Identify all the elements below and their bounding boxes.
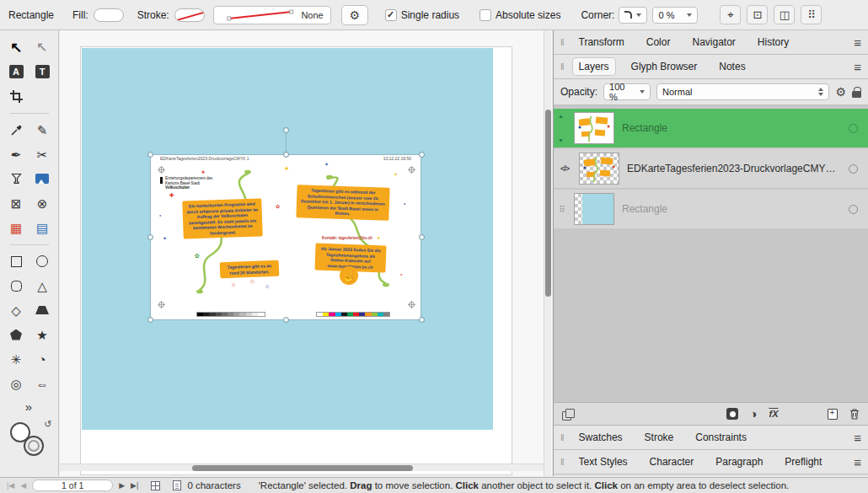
horizontal-scrollbar-thumb[interactable] — [192, 465, 413, 471]
tab-glyph-browser[interactable]: Glyph Browser — [625, 58, 704, 75]
ellipse-tool[interactable] — [30, 251, 54, 271]
previous-page-button[interactable]: ◀ — [20, 481, 26, 490]
artistic-text-tool[interactable]: A — [4, 62, 28, 82]
knife-tool[interactable]: ✂ — [30, 144, 54, 164]
tab-color[interactable]: Color — [640, 34, 677, 51]
tab-constraints[interactable]: Constraints — [689, 429, 753, 446]
layer-thumbnail[interactable] — [579, 153, 619, 185]
layer-target-dot[interactable] — [849, 205, 858, 214]
brush-tool[interactable]: ✎ — [30, 120, 54, 140]
corner-style-dropdown[interactable] — [619, 7, 647, 24]
layer-thumbnail[interactable] — [574, 193, 614, 225]
layer-settings-gear-icon[interactable]: ⚙ — [835, 85, 846, 99]
swap-colors-icon[interactable]: ↺ — [44, 419, 51, 430]
table-tool[interactable]: ▦ — [4, 217, 28, 238]
tab-history[interactable]: History — [752, 34, 795, 51]
pages-view-icon[interactable] — [151, 481, 160, 490]
horizontal-scrollbar[interactable] — [60, 464, 544, 471]
tab-notes[interactable]: Notes — [713, 58, 751, 75]
rounded-rectangle-tool[interactable] — [4, 276, 28, 296]
selected-flyer-object[interactable]: EDKarteTagesferien2023-DruckvorlageCMYK … — [150, 154, 421, 320]
trapezoid-tool[interactable] — [30, 300, 54, 320]
no-fill-tool[interactable]: ⊗ — [30, 193, 54, 213]
fill-swatch[interactable] — [94, 8, 124, 22]
selection-handle[interactable] — [419, 152, 425, 158]
pen-tool[interactable]: ✒ — [4, 144, 28, 164]
last-page-button[interactable]: ▶| — [131, 481, 138, 490]
next-page-button[interactable]: ▶ — [119, 481, 125, 490]
tab-layers[interactable]: Layers — [573, 58, 615, 75]
direct-select-tool[interactable]: ↖ — [30, 37, 54, 57]
image-tool[interactable] — [30, 169, 54, 189]
panel-menu-icon[interactable]: ≡ — [854, 431, 861, 445]
selection-handle[interactable] — [147, 234, 153, 240]
more-tools-button[interactable]: » — [25, 399, 33, 414]
layer-row-rectangle-top[interactable]: ▲ ▼ Rectangle — [554, 109, 868, 147]
triangle-tool[interactable]: △ — [30, 276, 54, 296]
tab-swatches[interactable]: Swatches — [573, 429, 629, 446]
tab-character[interactable]: Character — [644, 453, 700, 470]
selection-handle[interactable] — [283, 152, 289, 158]
envelope-tool[interactable]: ⊠ — [4, 193, 28, 213]
selection-handle[interactable] — [419, 234, 425, 240]
vertical-scrollbar-thumb[interactable] — [545, 110, 551, 297]
layer-target-dot[interactable] — [849, 164, 858, 174]
solid-mask-button[interactable] — [726, 408, 738, 420]
delete-layer-button[interactable] — [849, 408, 860, 420]
diamond-tool[interactable]: ◇ — [4, 300, 28, 320]
effects-button[interactable]: fX — [769, 409, 778, 419]
burst-shape-tool[interactable]: ✳ — [4, 349, 28, 369]
stroke-color-well[interactable] — [24, 436, 44, 456]
lock-icon[interactable] — [852, 91, 861, 98]
selection-handle[interactable] — [419, 317, 425, 323]
spiral-tool[interactable]: ◎ — [4, 373, 28, 394]
layer-row-pdf[interactable]: </> EDKarteTagesferien2023-DruckvorlageC… — [554, 149, 868, 188]
rotation-handle[interactable] — [283, 127, 289, 133]
single-radius-checkbox[interactable]: ✓ — [385, 9, 397, 21]
artboard-tool[interactable]: ▤ — [30, 217, 54, 238]
select-tool[interactable]: ↖ — [4, 37, 28, 57]
pie-tool[interactable]: ◔ — [30, 349, 54, 369]
stroke-swatch[interactable] — [174, 8, 205, 22]
corner-grid-button[interactable]: ⠿ — [801, 5, 822, 24]
corner-split-button[interactable]: ◫ — [774, 5, 795, 24]
gradient-tool[interactable] — [4, 169, 28, 189]
page-number-field[interactable] — [32, 480, 113, 491]
blend-mode-dropdown[interactable]: Normal — [656, 83, 829, 100]
layer-target-dot[interactable] — [849, 124, 858, 133]
stroke-style-selector[interactable]: None — [213, 6, 331, 24]
contrast-mask-button[interactable]: ◑ — [750, 408, 757, 420]
selection-handle[interactable] — [147, 317, 153, 323]
tab-text-styles[interactable]: Text Styles — [573, 453, 634, 470]
frame-text-tool[interactable]: T — [30, 62, 54, 82]
tab-transform[interactable]: Transform — [573, 34, 630, 51]
rectangle-tool[interactable] — [4, 251, 28, 271]
reorder-handle[interactable]: ▲ ▼ — [558, 113, 566, 143]
canvas[interactable]: EDKarteTagesferien2023-DruckvorlageCMYK … — [60, 30, 552, 476]
new-layer-button[interactable] — [828, 409, 838, 420]
panel-menu-icon[interactable]: ≡ — [854, 60, 861, 74]
duplicate-layer-button[interactable] — [562, 409, 575, 420]
opacity-dropdown[interactable]: 100 % — [603, 83, 651, 100]
tab-preflight[interactable]: Preflight — [779, 453, 828, 470]
vertical-scrollbar[interactable] — [544, 30, 551, 476]
arrow-shape-tool[interactable]: ⇔ — [30, 373, 54, 394]
star-tool[interactable]: ★ — [30, 324, 54, 345]
tab-navigator[interactable]: Navigator — [686, 34, 741, 51]
corner-box-button[interactable]: ⊡ — [747, 5, 768, 24]
layer-thumbnail[interactable] — [574, 112, 614, 144]
tab-paragraph[interactable]: Paragraph — [710, 453, 769, 470]
crop-tool[interactable] — [4, 86, 28, 106]
corner-target-button[interactable]: ⌖ — [720, 5, 741, 24]
pentagon-tool[interactable] — [4, 324, 28, 345]
tab-stroke[interactable]: Stroke — [639, 429, 680, 446]
eyedropper-tool[interactable] — [4, 120, 28, 140]
layer-row-rectangle-bottom[interactable]: ⠿ Rectangle — [554, 190, 868, 228]
panel-menu-icon[interactable]: ≡ — [854, 35, 861, 50]
corner-radius-dropdown[interactable]: 0 % — [652, 7, 698, 24]
absolute-sizes-checkbox[interactable] — [480, 9, 491, 21]
panel-menu-icon[interactable]: ≡ — [854, 455, 861, 469]
selection-handle[interactable] — [283, 317, 289, 323]
first-page-button[interactable]: |◀ — [7, 481, 14, 490]
stroke-settings-button[interactable]: ⚙ — [341, 5, 368, 25]
